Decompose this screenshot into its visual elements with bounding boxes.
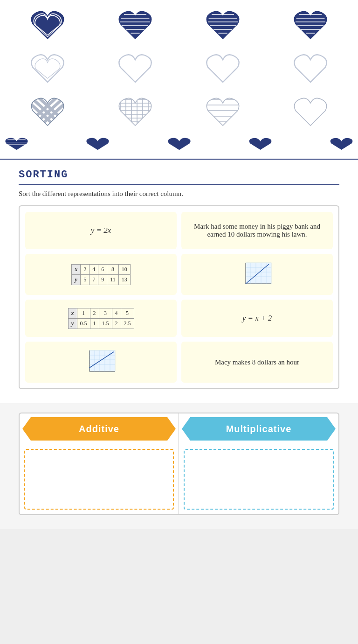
drop-section: Additive Multiplicative	[0, 403, 358, 529]
heart-icon	[204, 50, 241, 88]
sorting-section: SORTING Sort the different representatio…	[0, 159, 358, 403]
table-1: x 2 4 6 8 10 y 5 7 9 11 13	[71, 264, 131, 285]
additive-label: Additive	[79, 424, 119, 434]
heart-icon	[248, 135, 273, 154]
bottom-padding	[0, 529, 358, 644]
macy-text: Macy makes 8 dollars an hour	[215, 358, 299, 366]
hearts-row-1	[4, 5, 354, 46]
multiplicative-ribbon: Multiplicative	[190, 417, 327, 441]
hearts-row-2	[4, 49, 354, 90]
heart-icon	[329, 135, 354, 154]
hearts-row-3	[4, 92, 354, 133]
drag-card-formula-1[interactable]: y = 2x	[25, 212, 177, 249]
heart-icon	[117, 50, 154, 88]
multiplicative-column: Multiplicative	[179, 413, 338, 514]
heart-icon	[292, 94, 329, 131]
heart-icon	[166, 135, 192, 154]
hearts-row-4	[4, 135, 354, 154]
additive-ribbon-wrapper: Additive	[20, 413, 179, 444]
drag-card-formula-2[interactable]: y = x + 2	[181, 300, 333, 337]
drag-card-graph-1[interactable]	[181, 254, 333, 295]
additive-drop-area[interactable]	[24, 449, 174, 510]
graph-icon-1	[241, 260, 274, 288]
drag-card-text-macy[interactable]: Macy makes 8 dollars an hour	[181, 342, 333, 383]
heart-icon	[204, 7, 241, 44]
sorting-instruction: Sort the different representations into …	[19, 190, 339, 198]
heart-icon	[292, 50, 329, 88]
drag-area: y = 2x Mark had some money in his piggy …	[19, 205, 339, 389]
hearts-background	[0, 0, 358, 159]
additive-ribbon: Additive	[31, 417, 167, 441]
graph-icon-2	[85, 348, 117, 376]
heart-icon	[85, 135, 110, 154]
drag-card-table-2[interactable]: x 1 2 3 4 5 y 0.5 1 1.5 2 2.5	[25, 300, 177, 337]
drop-columns: Additive Multiplicative	[19, 413, 339, 515]
drag-card-graph-2[interactable]	[25, 342, 177, 383]
drag-card-text-mark[interactable]: Mark had some money in his piggy bank an…	[181, 212, 333, 249]
heart-icon	[29, 94, 66, 131]
heart-icon	[204, 94, 241, 131]
formula-text-2: y = x + 2	[242, 314, 272, 323]
multiplicative-label: Multiplicative	[226, 424, 292, 434]
multiplicative-ribbon-wrapper: Multiplicative	[179, 413, 338, 444]
sorting-title: SORTING	[19, 169, 339, 185]
heart-icon	[29, 50, 66, 88]
drag-grid: y = 2x Mark had some money in his piggy …	[25, 212, 333, 383]
heart-icon	[117, 94, 154, 131]
heart-icon	[29, 7, 66, 44]
heart-icon	[292, 7, 329, 44]
drag-card-table-1[interactable]: x 2 4 6 8 10 y 5 7 9 11 13	[25, 254, 177, 295]
heart-icon	[117, 7, 154, 44]
mark-text: Mark had some money in his piggy bank an…	[186, 223, 328, 238]
additive-column: Additive	[20, 413, 179, 514]
formula-text: y = 2x	[91, 226, 111, 235]
multiplicative-drop-area[interactable]	[184, 449, 334, 510]
table-2: x 1 2 3 4 5 y 0.5 1 1.5 2 2.5	[68, 308, 134, 329]
heart-icon	[4, 135, 29, 154]
